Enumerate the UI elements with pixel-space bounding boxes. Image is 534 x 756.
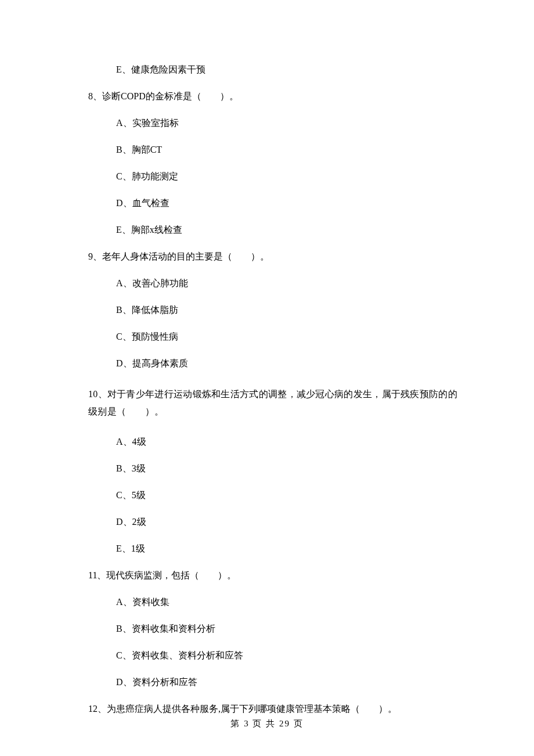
option-8a: A、实验室指标 xyxy=(88,118,457,128)
question-8: 8、诊断COPD的金标准是（ ）。 xyxy=(88,92,457,101)
option-9d: D、提高身体素质 xyxy=(88,359,457,368)
option-11b: B、资料收集和资料分析 xyxy=(88,624,457,633)
option-9c: C、预防慢性病 xyxy=(88,332,457,341)
page-content: E、健康危险因素干预 8、诊断COPD的金标准是（ ）。 A、实验室指标 B、胸… xyxy=(0,0,534,714)
option-7e: E、健康危险因素干预 xyxy=(88,65,457,74)
option-10c: C、5级 xyxy=(88,491,457,500)
option-8d: D、血气检查 xyxy=(88,199,457,208)
option-11c: C、资料收集、资料分析和应答 xyxy=(88,651,457,660)
option-8c: C、肺功能测定 xyxy=(88,172,457,181)
question-12: 12、为患癌症病人提供各种服务,属于下列哪项健康管理基本策略（ ）。 xyxy=(88,704,457,714)
page-footer: 第 3 页 共 29 页 xyxy=(0,718,534,729)
option-8b: B、胸部CT xyxy=(88,145,457,154)
question-9: 9、老年人身体活动的目的主要是（ ）。 xyxy=(88,252,457,261)
option-10d: D、2级 xyxy=(88,517,457,527)
option-10b: B、3级 xyxy=(88,464,457,473)
option-11a: A、资料收集 xyxy=(88,597,457,607)
option-8e: E、胸部x线检查 xyxy=(88,225,457,235)
option-9b: B、降低体脂肪 xyxy=(88,305,457,315)
option-9a: A、改善心肺功能 xyxy=(88,279,457,288)
question-10: 10、对于青少年进行运动锻炼和生活方式的调整，减少冠心病的发生，属于残疾预防的的… xyxy=(88,386,457,420)
option-10e: E、1级 xyxy=(88,544,457,553)
question-11: 11、现代疾病监测，包括（ ）。 xyxy=(88,571,457,580)
option-10a: A、4级 xyxy=(88,437,457,447)
option-11d: D、资料分析和应答 xyxy=(88,678,457,687)
